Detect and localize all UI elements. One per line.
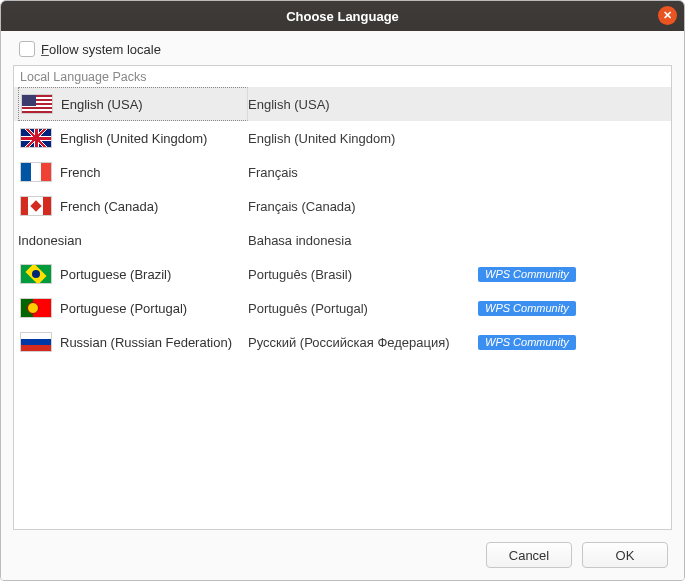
language-row[interactable]: French (Canada)Français (Canada) (14, 189, 671, 223)
ok-button[interactable]: OK (582, 542, 668, 568)
language-list: English (USA)English (USA)English (Unite… (14, 87, 671, 529)
language-name: Russian (Russian Federation) (60, 335, 232, 350)
flag-ca-icon (20, 196, 52, 216)
flag-us-icon (21, 94, 53, 114)
language-cell-name: Portuguese (Portugal) (18, 291, 248, 325)
language-badge-cell: WPS Community (478, 267, 667, 282)
language-badge-cell: WPS Community (478, 335, 667, 350)
language-cell-name: Russian (Russian Federation) (18, 325, 248, 359)
flag-br-icon (20, 264, 52, 284)
dialog-body: Follow system locale Local Language Pack… (1, 31, 684, 580)
language-name: French (60, 165, 100, 180)
community-badge: WPS Community (478, 267, 576, 282)
window-title: Choose Language (286, 9, 399, 24)
cancel-button[interactable]: Cancel (486, 542, 572, 568)
language-row[interactable]: FrenchFrançais (14, 155, 671, 189)
language-native: Português (Portugal) (248, 301, 478, 316)
dialog-footer: Cancel OK (13, 530, 672, 568)
language-row[interactable]: English (United Kingdom)English (United … (14, 121, 671, 155)
language-native: Français (248, 165, 478, 180)
language-name: English (United Kingdom) (60, 131, 207, 146)
flag-fr-icon (20, 162, 52, 182)
language-native: Français (Canada) (248, 199, 478, 214)
language-cell-name: English (USA) (18, 87, 248, 121)
language-row[interactable]: Portuguese (Portugal)Português (Portugal… (14, 291, 671, 325)
language-native: English (United Kingdom) (248, 131, 478, 146)
follow-system-locale-checkbox[interactable]: Follow system locale (19, 41, 672, 57)
close-icon: ✕ (663, 10, 672, 21)
language-badge-cell: WPS Community (478, 301, 667, 316)
checkbox-box (19, 41, 35, 57)
titlebar: Choose Language ✕ (1, 1, 684, 31)
language-row[interactable]: Russian (Russian Federation)Русский (Рос… (14, 325, 671, 359)
language-native: Русский (Российская Федерация) (248, 335, 478, 350)
language-name: English (USA) (61, 97, 143, 112)
language-native: Bahasa indonesia (248, 233, 478, 248)
language-native: Português (Brasil) (248, 267, 478, 282)
language-panel: Local Language Packs English (USA)Englis… (13, 65, 672, 530)
follow-system-locale-label: Follow system locale (41, 42, 161, 57)
language-cell-name: English (United Kingdom) (18, 121, 248, 155)
dialog-window: Choose Language ✕ Follow system locale L… (0, 0, 685, 581)
language-cell-name: Portuguese (Brazil) (18, 257, 248, 291)
language-cell-name: Indonesian (18, 223, 248, 257)
community-badge: WPS Community (478, 301, 576, 316)
language-cell-name: French (Canada) (18, 189, 248, 223)
community-badge: WPS Community (478, 335, 576, 350)
panel-header: Local Language Packs (14, 66, 671, 87)
language-cell-name: French (18, 155, 248, 189)
language-row[interactable]: English (USA)English (USA) (14, 87, 671, 121)
language-name: French (Canada) (60, 199, 158, 214)
flag-uk-icon (20, 128, 52, 148)
flag-pt-icon (20, 298, 52, 318)
language-name: Portuguese (Portugal) (60, 301, 187, 316)
language-row[interactable]: Portuguese (Brazil)Português (Brasil)WPS… (14, 257, 671, 291)
language-name: Indonesian (18, 233, 82, 248)
flag-ru-icon (20, 332, 52, 352)
language-name: Portuguese (Brazil) (60, 267, 171, 282)
language-native: English (USA) (248, 97, 478, 112)
language-row[interactable]: IndonesianBahasa indonesia (14, 223, 671, 257)
close-button[interactable]: ✕ (658, 6, 677, 25)
